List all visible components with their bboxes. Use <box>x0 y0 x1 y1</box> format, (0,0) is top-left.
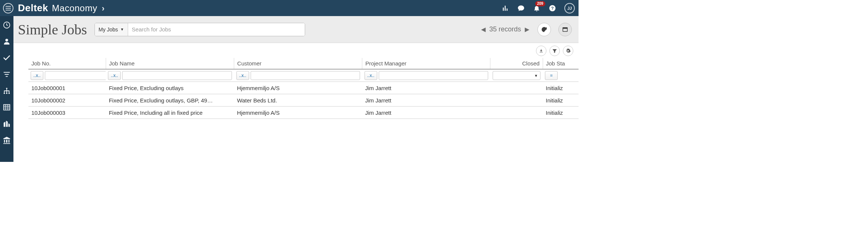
checkmark-icon[interactable] <box>2 53 11 62</box>
col-customer[interactable]: Customer <box>234 58 362 69</box>
search-scope-dropdown[interactable]: My Jobs ▼ <box>95 23 128 36</box>
filter-button[interactable] <box>549 46 560 56</box>
topbar-actions: 209 ? JJ <box>502 3 575 13</box>
table-row[interactable]: 10Job000003Fixed Price, Including all in… <box>28 107 579 119</box>
avatar-initials: JJ <box>567 6 572 10</box>
page-title: Simple Jobs <box>18 21 87 38</box>
page-header: Simple Jobs My Jobs ▼ ◀ 35 records ▶ <box>13 16 579 43</box>
cell-status: Initializ <box>543 94 579 107</box>
svg-text:?: ? <box>551 6 554 10</box>
search-input[interactable] <box>128 23 305 36</box>
prev-records-button[interactable]: ◀ <box>480 26 486 33</box>
filter-input-jobno[interactable] <box>45 71 106 80</box>
col-jobno[interactable]: Job No. <box>28 58 106 69</box>
svg-rect-8 <box>4 105 10 110</box>
col-closed[interactable]: Closed <box>490 58 543 69</box>
cell-customer: Hjemmemiljo A/S <box>234 107 362 119</box>
refresh-button[interactable] <box>537 23 551 36</box>
sub-toolbar <box>13 43 579 58</box>
cell-closed <box>490 107 543 119</box>
table-row[interactable]: 10Job000001Fixed Price, Excluding outlay… <box>28 82 579 94</box>
filter-op-pm[interactable]: ..x.. <box>365 71 377 80</box>
cell-jobno: 10Job000001 <box>28 82 106 94</box>
chevron-down-icon: ▼ <box>120 27 124 31</box>
col-jobname[interactable]: Job Name <box>106 58 234 69</box>
top-bar: Deltek Maconomy › 209 ? JJ <box>0 0 579 16</box>
next-records-button[interactable]: ▶ <box>524 26 530 33</box>
brand-secondary: Maconomy <box>52 3 97 13</box>
notification-badge: 209 <box>535 1 545 6</box>
cell-jobno: 10Job000003 <box>28 107 106 119</box>
table-row[interactable]: 10Job000002Fixed Price, Excluding outlay… <box>28 94 579 107</box>
cell-closed <box>490 94 543 107</box>
cell-status: Initializ <box>543 107 579 119</box>
jobs-table: Job No. Job Name Customer Project Manage… <box>28 58 579 119</box>
cell-customer: Hjemmemiljo A/S <box>234 82 362 94</box>
filter-op-jobname[interactable]: ..x.. <box>108 71 121 80</box>
analytics-icon[interactable] <box>502 4 509 12</box>
filter-input-pm[interactable] <box>379 71 488 80</box>
download-button[interactable] <box>536 46 546 56</box>
filter-row: ..x.. ..x.. ..x.. ..x.. <box>28 69 579 82</box>
search-scope-label: My Jobs <box>99 27 118 33</box>
search-group: My Jobs ▼ <box>94 23 305 36</box>
clock-icon[interactable] <box>2 21 11 30</box>
cell-pm: Jim Jarrett <box>362 107 490 119</box>
cell-status: Initializ <box>543 82 579 94</box>
col-pm[interactable]: Project Manager <box>362 58 490 69</box>
filter-op-jobno[interactable]: ..x.. <box>31 71 43 80</box>
hierarchy-icon[interactable] <box>2 86 11 95</box>
cell-jobname: Fixed Price, Excluding outlays, GBP, 49… <box>106 94 234 107</box>
filter-select-closed[interactable]: ▼ <box>493 71 540 80</box>
svg-point-3 <box>5 39 8 41</box>
settings-button[interactable] <box>563 46 573 56</box>
user-avatar[interactable]: JJ <box>564 3 575 13</box>
cell-customer: Water Beds Ltd. <box>234 94 362 107</box>
cell-jobname: Fixed Price, Excluding outlays <box>106 82 234 94</box>
person-icon[interactable] <box>2 37 11 46</box>
brand: Deltek Maconomy › <box>18 2 105 14</box>
record-pager: ◀ 35 records ▶ <box>480 25 530 33</box>
table-header-row: Job No. Job Name Customer Project Manage… <box>28 58 579 69</box>
svg-point-5 <box>4 93 5 94</box>
bank-icon[interactable] <box>2 136 11 145</box>
main-menu-button[interactable] <box>3 3 13 13</box>
cell-jobno: 10Job000002 <box>28 94 106 107</box>
panel-toggle-button[interactable] <box>558 23 572 36</box>
svg-point-7 <box>9 93 10 94</box>
col-status[interactable]: Job Sta <box>543 58 579 69</box>
spreadsheet-icon[interactable] <box>2 103 11 112</box>
left-nav <box>0 16 13 162</box>
svg-rect-10 <box>563 27 567 28</box>
cell-pm: Jim Jarrett <box>362 94 490 107</box>
content-area: Simple Jobs My Jobs ▼ ◀ 35 records ▶ <box>13 16 579 162</box>
brand-caret-icon: › <box>102 4 104 13</box>
filter-lines-icon[interactable] <box>2 70 11 79</box>
chevron-down-icon: ▼ <box>534 74 538 78</box>
cell-closed <box>490 82 543 94</box>
brand-primary: Deltek <box>18 2 48 14</box>
record-count-label: 35 records <box>489 25 521 33</box>
chat-icon[interactable] <box>517 4 525 12</box>
notifications-icon[interactable]: 209 <box>533 4 540 12</box>
cell-jobname: Fixed Price, Including all in fixed pric… <box>106 107 234 119</box>
filter-op-status[interactable]: = <box>545 71 558 80</box>
svg-point-6 <box>6 93 7 94</box>
filter-input-jobname[interactable] <box>122 71 232 80</box>
svg-point-4 <box>6 88 7 89</box>
help-icon[interactable]: ? <box>549 4 556 12</box>
cell-pm: Jim Jarrett <box>362 82 490 94</box>
buildings-icon[interactable] <box>2 119 11 128</box>
filter-op-customer[interactable]: ..x.. <box>236 71 249 80</box>
filter-input-customer[interactable] <box>251 71 360 80</box>
table-wrap: Job No. Job Name Customer Project Manage… <box>13 58 579 162</box>
